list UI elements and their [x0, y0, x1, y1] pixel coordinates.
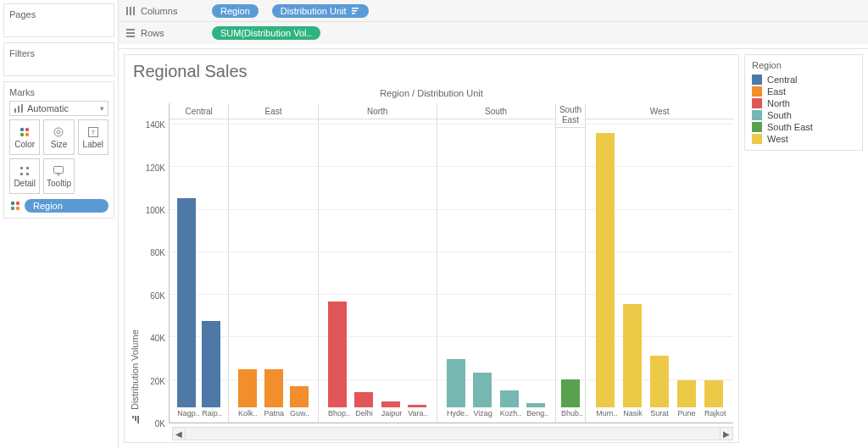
filters-title: Filters [9, 47, 108, 70]
svg-rect-27 [126, 32, 135, 34]
svg-text:T: T [91, 129, 95, 136]
filters-shelf[interactable]: Filters [3, 42, 114, 76]
marks-tooltip-label: Tooltip [47, 179, 71, 188]
columns-shelf[interactable]: Columns Region Distribution Unit [119, 0, 868, 22]
y-tick: 80K [150, 248, 165, 257]
svg-point-4 [25, 127, 29, 130]
bars-row [319, 119, 437, 407]
pill-label: Region [220, 6, 250, 16]
columns-pill-region[interactable]: Region [212, 4, 259, 18]
legend-swatch [752, 98, 762, 108]
bar[interactable] [290, 386, 309, 407]
bar[interactable] [650, 356, 669, 407]
svg-rect-13 [20, 173, 23, 175]
bar[interactable] [473, 373, 492, 407]
bar[interactable] [623, 304, 642, 407]
tooltip-icon [53, 165, 64, 177]
bar[interactable] [596, 133, 615, 407]
pages-shelf[interactable]: Pages [3, 3, 114, 37]
svg-rect-28 [126, 36, 135, 37]
marks-card: Marks Automatic ▾ [3, 81, 114, 218]
svg-rect-2 [21, 104, 23, 113]
rows-shelf[interactable]: Rows SUM(Distribution Vol.. [119, 22, 868, 44]
scroll-left-button[interactable]: ◀ [173, 428, 186, 440]
legend-swatch [752, 122, 762, 132]
color-legend[interactable]: Region CentralEastNorthSouthSouth EastWe… [744, 54, 863, 151]
legend-label: South East [767, 122, 813, 132]
y-axis-ticks: 0K20K40K60K80K100K120K140K [140, 103, 169, 423]
legend-item[interactable]: South East [752, 121, 855, 133]
y-tick: 40K [150, 334, 165, 343]
legend-item[interactable]: East [752, 86, 855, 97]
chart-plot-area[interactable]: CentralNagp..Raip..EastKolk..PatnaGuw..N… [169, 103, 733, 423]
legend-swatch [752, 75, 762, 85]
detail-icon [19, 165, 31, 177]
legend-label: East [767, 86, 786, 97]
legend-item[interactable]: Central [752, 74, 855, 86]
chart-title[interactable]: Regional Sales [130, 62, 733, 85]
rows-pill-distribution-volume[interactable]: SUM(Distribution Vol.. [212, 26, 320, 40]
svg-point-17 [16, 202, 19, 205]
scroll-right-button[interactable]: ▶ [720, 428, 732, 440]
svg-rect-11 [20, 167, 23, 169]
svg-point-3 [20, 127, 24, 130]
bar[interactable] [381, 401, 400, 407]
chart-horizontal-scrollbar[interactable]: ◀ ▶ [172, 427, 733, 440]
svg-point-6 [25, 132, 29, 136]
svg-rect-1 [18, 106, 19, 113]
color-icon [9, 200, 21, 212]
marks-type-select[interactable]: Automatic ▾ [9, 101, 108, 116]
bar[interactable] [238, 369, 257, 407]
marks-label-button[interactable]: T Label [78, 119, 108, 155]
marks-color-pill[interactable]: Region [25, 199, 108, 213]
bar[interactable] [264, 369, 283, 407]
svg-rect-21 [130, 7, 131, 15]
marks-size-label: Size [51, 140, 67, 149]
y-tick: 20K [150, 376, 165, 385]
bar[interactable] [500, 390, 519, 407]
region-group: SouthEastBhub.. [556, 103, 587, 423]
svg-rect-23 [352, 8, 359, 9]
y-axis-title[interactable]: Distribution Volume [130, 329, 140, 410]
bar[interactable] [202, 321, 220, 407]
pill-label: Distribution Unit [281, 6, 347, 16]
bars-row [556, 128, 586, 407]
y-tick: 0K [155, 419, 165, 429]
rows-icon [125, 28, 136, 38]
legend-swatch [752, 86, 762, 97]
bar[interactable] [408, 405, 426, 407]
bar[interactable] [354, 392, 373, 407]
chart-view: Regional Sales Region / Distribution Uni… [124, 54, 739, 443]
y-tick: 120K [146, 163, 165, 172]
size-icon [53, 126, 64, 138]
svg-rect-29 [137, 416, 139, 423]
marks-color-pill-label: Region [33, 201, 63, 211]
svg-point-19 [16, 207, 19, 210]
svg-rect-20 [126, 7, 128, 15]
marks-detail-button[interactable]: Detail [9, 158, 40, 194]
marks-size-button[interactable]: Size [43, 119, 74, 155]
bar[interactable] [561, 379, 580, 407]
bars-row [586, 119, 733, 407]
bars-row [229, 119, 317, 407]
bar[interactable] [447, 359, 465, 407]
marks-label-label: Label [83, 140, 103, 149]
bar[interactable] [328, 301, 347, 407]
svg-point-16 [11, 202, 14, 205]
y-tick: 60K [150, 290, 165, 300]
legend-item[interactable]: North [752, 97, 855, 109]
svg-rect-12 [26, 167, 29, 169]
columns-pill-distribution-unit[interactable]: Distribution Unit [272, 4, 369, 18]
marks-color-button[interactable]: Color [9, 119, 40, 155]
bar[interactable] [177, 198, 196, 407]
bar[interactable] [526, 403, 545, 407]
bar[interactable] [677, 380, 696, 407]
legend-item[interactable]: West [752, 133, 855, 145]
sort-axis-icon[interactable] [131, 415, 139, 423]
columns-icon [125, 6, 136, 16]
bar[interactable] [704, 380, 723, 407]
marks-tooltip-button[interactable]: Tooltip [43, 158, 74, 194]
legend-item[interactable]: South [752, 109, 855, 121]
marks-title: Marks [9, 86, 108, 101]
region-group: SouthHyde..VizagKozh..Beng.. [437, 103, 556, 423]
